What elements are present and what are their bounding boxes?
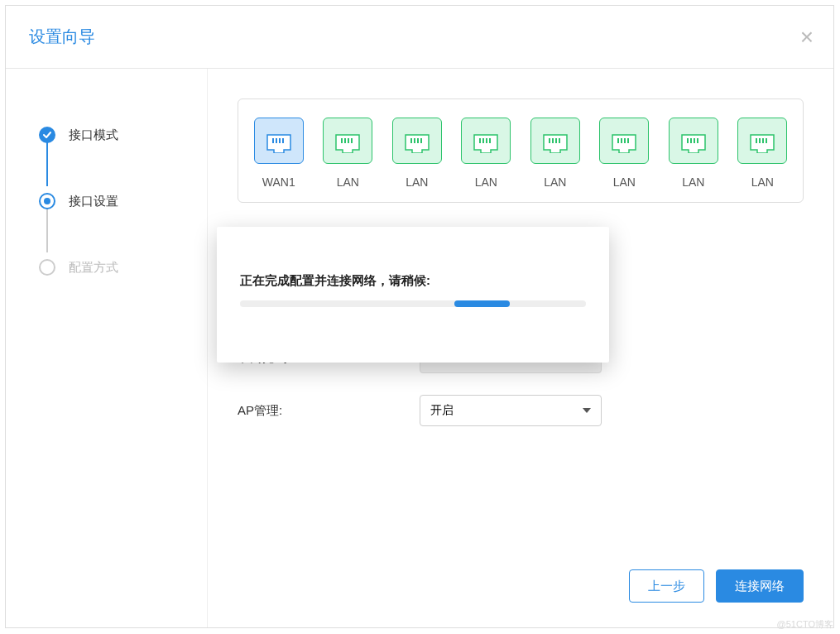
svg-rect-6 xyxy=(348,138,349,143)
ethernet-port-icon xyxy=(669,118,718,164)
step-connector xyxy=(46,142,48,186)
step-interface-mode[interactable]: 接口模式 xyxy=(39,118,207,151)
dropdown-value: 开启 xyxy=(430,403,454,418)
port-lan-7[interactable]: LAN xyxy=(734,118,792,189)
port-label: LAN xyxy=(475,175,497,189)
ethernet-port-icon xyxy=(737,118,787,164)
svg-rect-10 xyxy=(417,138,419,143)
port-label: LAN xyxy=(682,175,704,189)
svg-rect-1 xyxy=(276,138,277,143)
svg-rect-5 xyxy=(344,138,346,143)
form-row-ap: AP管理: 开启 xyxy=(238,395,804,426)
ethernet-port-icon xyxy=(254,118,304,164)
port-lan-2[interactable]: LAN xyxy=(388,118,446,189)
svg-rect-22 xyxy=(624,138,626,143)
svg-rect-31 xyxy=(766,138,767,143)
connect-network-button[interactable]: 连接网络 xyxy=(716,569,804,603)
port-label: LAN xyxy=(337,175,359,189)
svg-rect-13 xyxy=(482,138,484,143)
svg-rect-16 xyxy=(549,138,550,143)
progress-bar xyxy=(454,300,510,307)
close-icon[interactable]: × xyxy=(800,26,814,49)
port-label: LAN xyxy=(751,175,774,189)
svg-rect-27 xyxy=(697,138,698,143)
svg-rect-18 xyxy=(555,138,557,143)
wizard-steps-sidebar: 接口模式 接口设置 配置方式 xyxy=(6,69,208,627)
svg-rect-7 xyxy=(351,138,353,143)
svg-rect-23 xyxy=(627,138,629,143)
watermark: @51CTO博客 xyxy=(777,618,833,631)
svg-rect-4 xyxy=(341,138,343,143)
svg-rect-9 xyxy=(414,138,415,143)
svg-rect-19 xyxy=(559,138,560,143)
svg-rect-15 xyxy=(489,138,491,143)
modal-title: 设置向导 xyxy=(29,26,95,48)
port-label: LAN xyxy=(544,175,566,189)
svg-rect-24 xyxy=(687,138,689,143)
svg-rect-21 xyxy=(621,138,622,143)
step-label: 接口设置 xyxy=(69,194,118,209)
port-label: LAN xyxy=(613,175,636,189)
step-interface-settings[interactable]: 接口设置 xyxy=(39,185,207,218)
svg-rect-12 xyxy=(479,138,481,143)
svg-rect-14 xyxy=(486,138,487,143)
svg-rect-30 xyxy=(762,138,764,143)
svg-rect-17 xyxy=(552,138,554,143)
svg-rect-20 xyxy=(617,138,619,143)
ethernet-port-icon xyxy=(461,118,511,164)
progress-overlay: 正在完成配置并连接网络，请稍候: xyxy=(217,227,609,363)
ap-management-dropdown[interactable]: 开启 xyxy=(420,395,602,426)
port-lan-6[interactable]: LAN xyxy=(665,118,722,189)
port-lan-4[interactable]: LAN xyxy=(526,118,584,189)
modal-header: 设置向导 × xyxy=(6,6,833,69)
step-connector xyxy=(46,208,48,252)
port-lan-5[interactable]: LAN xyxy=(596,118,654,189)
svg-rect-28 xyxy=(756,138,757,143)
ethernet-port-icon xyxy=(599,118,649,164)
port-lan-1[interactable]: LAN xyxy=(319,118,377,189)
port-wan1[interactable]: WAN1 xyxy=(250,118,308,189)
button-label: 连接网络 xyxy=(735,579,785,594)
svg-rect-25 xyxy=(690,138,692,143)
port-lan-3[interactable]: LAN xyxy=(458,118,516,189)
svg-rect-26 xyxy=(694,138,695,143)
svg-rect-3 xyxy=(282,138,284,143)
step-label: 接口模式 xyxy=(69,127,118,143)
button-label: 上一步 xyxy=(648,579,685,594)
chevron-down-icon xyxy=(583,408,591,413)
port-label: WAN1 xyxy=(262,175,295,189)
svg-rect-2 xyxy=(279,138,281,143)
check-icon xyxy=(39,127,55,143)
wizard-footer: 上一步 连接网络 xyxy=(238,569,804,608)
step-label: 配置方式 xyxy=(69,260,118,276)
ethernet-port-icon xyxy=(530,118,580,164)
svg-rect-0 xyxy=(272,138,274,143)
radio-active-icon xyxy=(39,193,55,209)
svg-rect-29 xyxy=(759,138,761,143)
progress-message: 正在完成配置并连接网络，请稍候: xyxy=(240,273,586,289)
step-config-method[interactable]: 配置方式 xyxy=(39,251,207,284)
svg-rect-11 xyxy=(420,138,422,143)
radio-pending-icon xyxy=(39,259,55,276)
ethernet-port-icon xyxy=(392,118,442,164)
ethernet-port-icon xyxy=(323,118,372,164)
svg-rect-8 xyxy=(410,138,412,143)
prev-button[interactable]: 上一步 xyxy=(629,569,704,603)
ap-label: AP管理: xyxy=(238,403,420,419)
progress-track xyxy=(240,300,586,307)
port-label: LAN xyxy=(406,175,428,189)
ports-panel: WAN1 LAN LAN xyxy=(238,98,804,203)
